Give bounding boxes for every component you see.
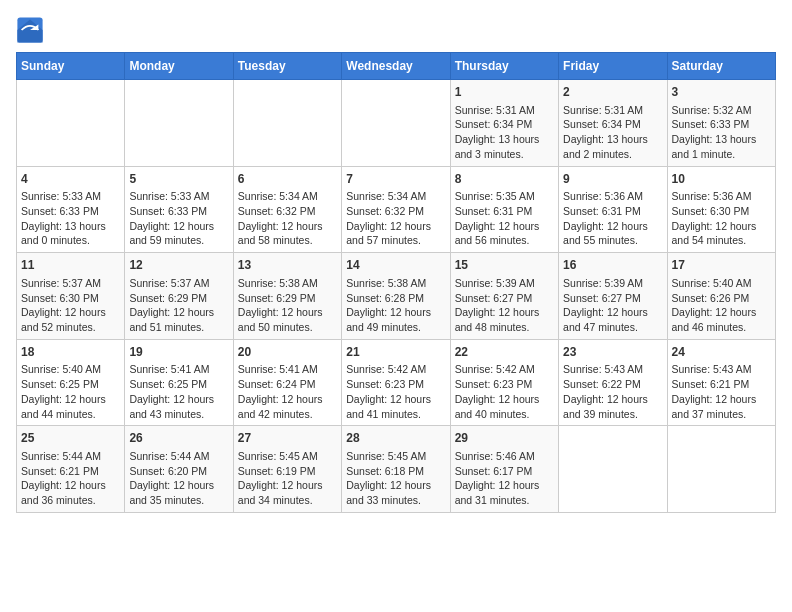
cell-content: Sunrise: 5:45 AM Sunset: 6:18 PM Dayligh… bbox=[346, 449, 445, 508]
calendar-cell: 3Sunrise: 5:32 AM Sunset: 6:33 PM Daylig… bbox=[667, 80, 775, 167]
day-number: 15 bbox=[455, 257, 554, 274]
cell-content: Sunrise: 5:37 AM Sunset: 6:29 PM Dayligh… bbox=[129, 276, 228, 335]
calendar-week-row: 4Sunrise: 5:33 AM Sunset: 6:33 PM Daylig… bbox=[17, 166, 776, 253]
day-number: 9 bbox=[563, 171, 662, 188]
cell-content: Sunrise: 5:46 AM Sunset: 6:17 PM Dayligh… bbox=[455, 449, 554, 508]
cell-content: Sunrise: 5:36 AM Sunset: 6:31 PM Dayligh… bbox=[563, 189, 662, 248]
calendar-cell: 17Sunrise: 5:40 AM Sunset: 6:26 PM Dayli… bbox=[667, 253, 775, 340]
calendar-cell: 21Sunrise: 5:42 AM Sunset: 6:23 PM Dayli… bbox=[342, 339, 450, 426]
calendar-cell: 23Sunrise: 5:43 AM Sunset: 6:22 PM Dayli… bbox=[559, 339, 667, 426]
calendar-cell: 1Sunrise: 5:31 AM Sunset: 6:34 PM Daylig… bbox=[450, 80, 558, 167]
calendar-cell: 12Sunrise: 5:37 AM Sunset: 6:29 PM Dayli… bbox=[125, 253, 233, 340]
calendar-cell: 19Sunrise: 5:41 AM Sunset: 6:25 PM Dayli… bbox=[125, 339, 233, 426]
calendar-cell: 18Sunrise: 5:40 AM Sunset: 6:25 PM Dayli… bbox=[17, 339, 125, 426]
logo bbox=[16, 16, 48, 44]
calendar-cell: 9Sunrise: 5:36 AM Sunset: 6:31 PM Daylig… bbox=[559, 166, 667, 253]
calendar-cell: 26Sunrise: 5:44 AM Sunset: 6:20 PM Dayli… bbox=[125, 426, 233, 513]
cell-content: Sunrise: 5:39 AM Sunset: 6:27 PM Dayligh… bbox=[455, 276, 554, 335]
day-number: 23 bbox=[563, 344, 662, 361]
calendar-cell: 24Sunrise: 5:43 AM Sunset: 6:21 PM Dayli… bbox=[667, 339, 775, 426]
cell-content: Sunrise: 5:45 AM Sunset: 6:19 PM Dayligh… bbox=[238, 449, 337, 508]
header-day: Wednesday bbox=[342, 53, 450, 80]
day-number: 13 bbox=[238, 257, 337, 274]
day-number: 24 bbox=[672, 344, 771, 361]
day-number: 11 bbox=[21, 257, 120, 274]
calendar-table: SundayMondayTuesdayWednesdayThursdayFrid… bbox=[16, 52, 776, 513]
header-day: Tuesday bbox=[233, 53, 341, 80]
cell-content: Sunrise: 5:38 AM Sunset: 6:28 PM Dayligh… bbox=[346, 276, 445, 335]
calendar-week-row: 1Sunrise: 5:31 AM Sunset: 6:34 PM Daylig… bbox=[17, 80, 776, 167]
day-number: 20 bbox=[238, 344, 337, 361]
cell-content: Sunrise: 5:44 AM Sunset: 6:21 PM Dayligh… bbox=[21, 449, 120, 508]
day-number: 21 bbox=[346, 344, 445, 361]
calendar-cell: 11Sunrise: 5:37 AM Sunset: 6:30 PM Dayli… bbox=[17, 253, 125, 340]
header-day: Thursday bbox=[450, 53, 558, 80]
calendar-cell: 27Sunrise: 5:45 AM Sunset: 6:19 PM Dayli… bbox=[233, 426, 341, 513]
calendar-cell bbox=[559, 426, 667, 513]
cell-content: Sunrise: 5:34 AM Sunset: 6:32 PM Dayligh… bbox=[346, 189, 445, 248]
cell-content: Sunrise: 5:31 AM Sunset: 6:34 PM Dayligh… bbox=[455, 103, 554, 162]
day-number: 22 bbox=[455, 344, 554, 361]
cell-content: Sunrise: 5:43 AM Sunset: 6:21 PM Dayligh… bbox=[672, 362, 771, 421]
header-day: Saturday bbox=[667, 53, 775, 80]
calendar-cell: 25Sunrise: 5:44 AM Sunset: 6:21 PM Dayli… bbox=[17, 426, 125, 513]
header bbox=[16, 16, 776, 44]
cell-content: Sunrise: 5:37 AM Sunset: 6:30 PM Dayligh… bbox=[21, 276, 120, 335]
header-day: Monday bbox=[125, 53, 233, 80]
calendar-week-row: 18Sunrise: 5:40 AM Sunset: 6:25 PM Dayli… bbox=[17, 339, 776, 426]
calendar-cell: 15Sunrise: 5:39 AM Sunset: 6:27 PM Dayli… bbox=[450, 253, 558, 340]
day-number: 1 bbox=[455, 84, 554, 101]
day-number: 29 bbox=[455, 430, 554, 447]
calendar-cell: 5Sunrise: 5:33 AM Sunset: 6:33 PM Daylig… bbox=[125, 166, 233, 253]
cell-content: Sunrise: 5:36 AM Sunset: 6:30 PM Dayligh… bbox=[672, 189, 771, 248]
cell-content: Sunrise: 5:42 AM Sunset: 6:23 PM Dayligh… bbox=[346, 362, 445, 421]
calendar-cell bbox=[667, 426, 775, 513]
day-number: 28 bbox=[346, 430, 445, 447]
cell-content: Sunrise: 5:43 AM Sunset: 6:22 PM Dayligh… bbox=[563, 362, 662, 421]
cell-content: Sunrise: 5:39 AM Sunset: 6:27 PM Dayligh… bbox=[563, 276, 662, 335]
calendar-cell: 6Sunrise: 5:34 AM Sunset: 6:32 PM Daylig… bbox=[233, 166, 341, 253]
calendar-cell bbox=[125, 80, 233, 167]
calendar-cell: 7Sunrise: 5:34 AM Sunset: 6:32 PM Daylig… bbox=[342, 166, 450, 253]
cell-content: Sunrise: 5:35 AM Sunset: 6:31 PM Dayligh… bbox=[455, 189, 554, 248]
cell-content: Sunrise: 5:32 AM Sunset: 6:33 PM Dayligh… bbox=[672, 103, 771, 162]
day-number: 4 bbox=[21, 171, 120, 188]
cell-content: Sunrise: 5:40 AM Sunset: 6:26 PM Dayligh… bbox=[672, 276, 771, 335]
calendar-cell: 10Sunrise: 5:36 AM Sunset: 6:30 PM Dayli… bbox=[667, 166, 775, 253]
calendar-cell: 22Sunrise: 5:42 AM Sunset: 6:23 PM Dayli… bbox=[450, 339, 558, 426]
calendar-cell: 16Sunrise: 5:39 AM Sunset: 6:27 PM Dayli… bbox=[559, 253, 667, 340]
calendar-header: SundayMondayTuesdayWednesdayThursdayFrid… bbox=[17, 53, 776, 80]
header-day: Friday bbox=[559, 53, 667, 80]
calendar-cell: 29Sunrise: 5:46 AM Sunset: 6:17 PM Dayli… bbox=[450, 426, 558, 513]
day-number: 7 bbox=[346, 171, 445, 188]
day-number: 27 bbox=[238, 430, 337, 447]
calendar-cell: 4Sunrise: 5:33 AM Sunset: 6:33 PM Daylig… bbox=[17, 166, 125, 253]
header-row: SundayMondayTuesdayWednesdayThursdayFrid… bbox=[17, 53, 776, 80]
header-day: Sunday bbox=[17, 53, 125, 80]
calendar-cell: 2Sunrise: 5:31 AM Sunset: 6:34 PM Daylig… bbox=[559, 80, 667, 167]
cell-content: Sunrise: 5:41 AM Sunset: 6:25 PM Dayligh… bbox=[129, 362, 228, 421]
calendar-cell bbox=[233, 80, 341, 167]
cell-content: Sunrise: 5:40 AM Sunset: 6:25 PM Dayligh… bbox=[21, 362, 120, 421]
calendar-cell bbox=[17, 80, 125, 167]
day-number: 25 bbox=[21, 430, 120, 447]
day-number: 3 bbox=[672, 84, 771, 101]
day-number: 12 bbox=[129, 257, 228, 274]
day-number: 10 bbox=[672, 171, 771, 188]
cell-content: Sunrise: 5:38 AM Sunset: 6:29 PM Dayligh… bbox=[238, 276, 337, 335]
day-number: 17 bbox=[672, 257, 771, 274]
day-number: 8 bbox=[455, 171, 554, 188]
calendar-cell: 14Sunrise: 5:38 AM Sunset: 6:28 PM Dayli… bbox=[342, 253, 450, 340]
day-number: 18 bbox=[21, 344, 120, 361]
calendar-cell: 28Sunrise: 5:45 AM Sunset: 6:18 PM Dayli… bbox=[342, 426, 450, 513]
calendar-cell: 20Sunrise: 5:41 AM Sunset: 6:24 PM Dayli… bbox=[233, 339, 341, 426]
day-number: 2 bbox=[563, 84, 662, 101]
calendar-cell: 13Sunrise: 5:38 AM Sunset: 6:29 PM Dayli… bbox=[233, 253, 341, 340]
calendar-cell bbox=[342, 80, 450, 167]
day-number: 26 bbox=[129, 430, 228, 447]
calendar-week-row: 25Sunrise: 5:44 AM Sunset: 6:21 PM Dayli… bbox=[17, 426, 776, 513]
cell-content: Sunrise: 5:44 AM Sunset: 6:20 PM Dayligh… bbox=[129, 449, 228, 508]
cell-content: Sunrise: 5:42 AM Sunset: 6:23 PM Dayligh… bbox=[455, 362, 554, 421]
calendar-cell: 8Sunrise: 5:35 AM Sunset: 6:31 PM Daylig… bbox=[450, 166, 558, 253]
day-number: 16 bbox=[563, 257, 662, 274]
